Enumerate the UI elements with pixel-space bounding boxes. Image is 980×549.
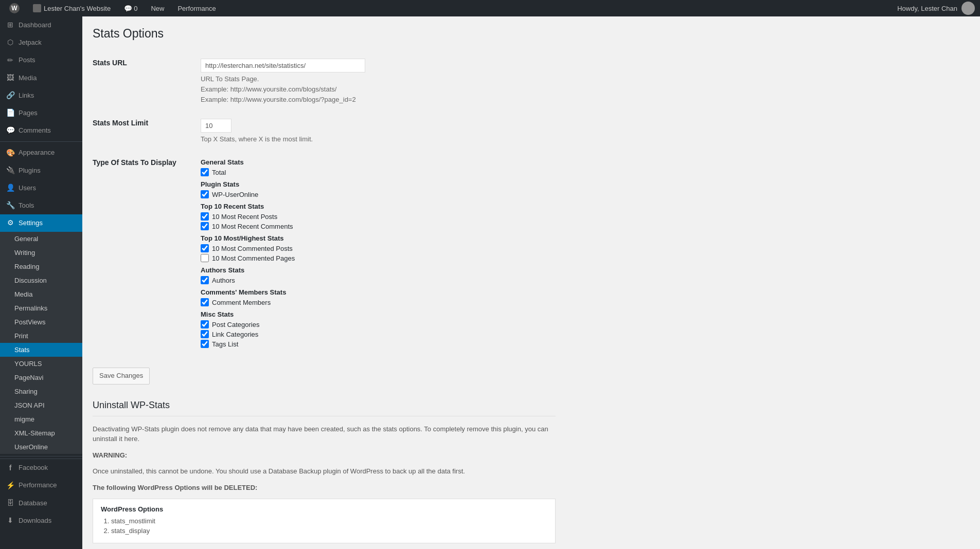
appearance-icon: 🎨 xyxy=(6,149,14,157)
submenu-print[interactable]: Print xyxy=(0,329,82,343)
sidebar-item-media[interactable]: 🖼 Media xyxy=(0,69,82,87)
submenu-media[interactable]: Media xyxy=(0,287,82,301)
checkbox-authors-label: Authors xyxy=(212,277,235,284)
stats-limit-input[interactable] xyxy=(201,119,231,133)
submenu-stats[interactable]: Stats xyxy=(0,343,82,357)
checkbox-recent-comments-input[interactable] xyxy=(201,222,209,230)
performance-bar-label: Performance xyxy=(177,5,216,12)
main-content: Stats Options Stats URL URL To Stats Pag… xyxy=(82,16,980,549)
checkbox-commented-pages-input[interactable] xyxy=(201,254,209,262)
submenu-sharing[interactable]: Sharing xyxy=(0,385,82,398)
new-content-button[interactable]: New xyxy=(147,0,168,16)
sidebar-item-downloads[interactable]: ⬇ Downloads xyxy=(0,512,82,529)
checkbox-recent-posts: 10 Most Recent Posts xyxy=(201,212,550,221)
sidebar-item-settings[interactable]: ⚙ Settings xyxy=(0,214,82,232)
submenu-discussion[interactable]: Discussion xyxy=(0,273,82,287)
settings-submenu: General Writing Reading Discussion Media… xyxy=(0,232,82,454)
checkbox-comment-members-label: Comment Members xyxy=(212,299,271,306)
plugin-stats-title: Plugin Stats xyxy=(201,180,550,188)
checkbox-recent-posts-input[interactable] xyxy=(201,212,209,221)
wp-option-1: stats_mostlimit xyxy=(111,517,547,525)
sidebar-item-links[interactable]: 🔗 Links xyxy=(0,87,82,104)
submenu-permalinks[interactable]: Permalinks xyxy=(0,301,82,315)
wp-logo-button[interactable]: W xyxy=(5,0,24,16)
sidebar-item-posts[interactable]: ✏ Posts xyxy=(0,51,82,69)
plugins-icon: 🔌 xyxy=(6,167,14,175)
authors-stats-title: Authors Stats xyxy=(201,266,550,274)
checkbox-post-categories-label: Post Categories xyxy=(212,321,260,328)
sidebar-item-performance[interactable]: ⚡ Performance xyxy=(0,477,82,494)
submenu-yourls[interactable]: YOURLS xyxy=(0,357,82,371)
submenu-general[interactable]: General xyxy=(0,232,82,246)
downloads-icon: ⬇ xyxy=(6,517,14,525)
comments-button[interactable]: 💬 0 xyxy=(120,0,141,16)
stats-url-label: Stats URL xyxy=(93,51,195,111)
comments-members-stats-title: Comments' Members Stats xyxy=(201,288,550,296)
settings-icon: ⚙ xyxy=(6,219,14,227)
sidebar-item-appearance[interactable]: 🎨 Appearance xyxy=(0,144,82,161)
stats-limit-label: Stats Most Limit xyxy=(93,111,195,151)
checkbox-total-label: Total xyxy=(212,169,226,176)
comment-count: 0 xyxy=(134,5,137,12)
checkbox-recent-comments-label: 10 Most Recent Comments xyxy=(212,223,293,230)
uninstall-title: Uninstall WP-Stats xyxy=(93,400,556,416)
checkbox-commented-posts: 10 Most Commented Posts xyxy=(201,244,550,252)
sidebar-label-settings: Settings xyxy=(19,218,43,228)
stats-url-input[interactable] xyxy=(201,59,365,72)
sidebar-item-comments[interactable]: 💬 Comments xyxy=(0,122,82,139)
sidebar-label-pages: Pages xyxy=(19,108,38,118)
sidebar-label-performance: Performance xyxy=(19,481,57,490)
checkbox-link-categories-label: Link Categories xyxy=(212,331,258,338)
checkbox-authors-input[interactable] xyxy=(201,276,209,284)
save-changes-button[interactable]: Save Changes xyxy=(93,368,150,385)
sidebar-item-users[interactable]: 👤 Users xyxy=(0,179,82,197)
submenu-writing[interactable]: Writing xyxy=(0,246,82,260)
links-icon: 🔗 xyxy=(6,92,14,100)
checkbox-commented-posts-input[interactable] xyxy=(201,244,209,252)
stats-url-row: Stats URL URL To Stats Page. Example: ht… xyxy=(93,51,556,111)
posts-icon: ✏ xyxy=(6,56,14,64)
submenu-xml-sitemap[interactable]: XML-Sitemap xyxy=(0,426,82,440)
submenu-reading[interactable]: Reading xyxy=(0,260,82,273)
sidebar-label-tools: Tools xyxy=(19,201,34,210)
wp-options-list: stats_mostlimit stats_display xyxy=(101,517,547,535)
site-name-button[interactable]: Lester Chan's Website xyxy=(29,0,115,16)
checkbox-comment-members-input[interactable] xyxy=(201,298,209,306)
sidebar-item-jetpack[interactable]: ⬡ Jetpack xyxy=(0,34,82,51)
site-name-label: Lester Chan's Website xyxy=(44,5,111,12)
sidebar-item-dashboard[interactable]: ⊞ Dashboard xyxy=(0,16,82,34)
warning-text: Once uninstalled, this cannot be undone.… xyxy=(93,466,556,477)
checkbox-total: Total xyxy=(201,168,550,176)
checkbox-tags-list-input[interactable] xyxy=(201,340,209,348)
submenu-postviews[interactable]: PostViews xyxy=(0,315,82,329)
submenu-migme[interactable]: migme xyxy=(0,412,82,426)
stats-limit-desc: Top X Stats, where X is the most limit. xyxy=(201,135,550,143)
dashboard-icon: ⊞ xyxy=(6,21,14,29)
delete-warning: The following WordPress Options will be … xyxy=(93,483,556,493)
page-title: Stats Options xyxy=(93,27,556,41)
checkbox-recent-comments: 10 Most Recent Comments xyxy=(201,222,550,230)
checkbox-wp-useronline-label: WP-UserOnline xyxy=(212,191,258,198)
checkbox-link-categories-input[interactable] xyxy=(201,330,209,338)
pages-icon: 📄 xyxy=(6,109,14,117)
checkbox-post-categories-input[interactable] xyxy=(201,320,209,328)
wp-logo-icon: W xyxy=(9,3,20,13)
sidebar-item-plugins[interactable]: 🔌 Plugins xyxy=(0,162,82,179)
warning-label: WARNING: xyxy=(93,450,556,461)
sidebar-item-pages[interactable]: 📄 Pages xyxy=(0,104,82,122)
submenu-useronline[interactable]: UserOnline xyxy=(0,440,82,454)
checkbox-post-categories: Post Categories xyxy=(201,320,550,328)
sidebar-item-tools[interactable]: 🔧 Tools xyxy=(0,197,82,214)
performance-bar-button[interactable]: Performance xyxy=(173,0,220,16)
checkbox-total-input[interactable] xyxy=(201,168,209,176)
wp-options-box: WordPress Options stats_mostlimit stats_… xyxy=(93,499,556,543)
submenu-pagenavi[interactable]: PageNavi xyxy=(0,371,82,385)
checkbox-wp-useronline-input[interactable] xyxy=(201,190,209,198)
performance-icon: ⚡ xyxy=(6,482,14,490)
submenu-json-api[interactable]: JSON API xyxy=(0,398,82,412)
comment-icon: 💬 xyxy=(124,5,132,12)
checkbox-tags-list-label: Tags List xyxy=(212,340,238,348)
sidebar-item-database[interactable]: 🗄 Database xyxy=(0,495,82,512)
sidebar-label-appearance: Appearance xyxy=(19,148,55,157)
sidebar-item-facebook[interactable]: f Facebook xyxy=(0,459,82,477)
